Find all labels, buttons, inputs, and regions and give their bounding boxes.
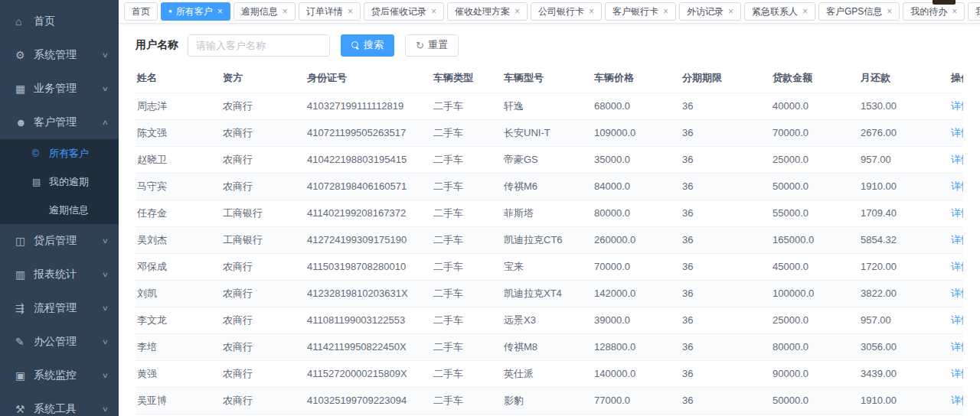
tab-customer-bank-card[interactable]: 客户银行卡 × xyxy=(605,2,676,21)
sidebar-item-process-mgmt[interactable]: ⇶ 流程管理 ∨ xyxy=(0,291,119,325)
detail-link[interactable]: 详情 xyxy=(951,395,963,406)
tab-emergency-contacts[interactable]: 紧急联系人 × xyxy=(744,2,815,21)
close-icon[interactable]: × xyxy=(589,7,594,16)
table-row: 马守宾 农商行 410728198406160571 二手车 传祺M6 8400… xyxy=(136,173,963,200)
close-icon[interactable]: × xyxy=(728,7,733,16)
close-icon[interactable]: × xyxy=(663,7,668,16)
sidebar-item-all-customers[interactable]: © 所有客户 xyxy=(0,139,119,167)
table-header-cell: 车辆价格 xyxy=(593,68,681,93)
tab-overdue-info[interactable]: 逾期信息 × xyxy=(234,2,296,21)
cell-vehicle-type: 二手车 xyxy=(432,280,502,307)
table-header-cell: 分期期限 xyxy=(681,68,771,93)
cell-id-number: 411402199208167372 xyxy=(305,200,432,226)
sidebar-item-system-mgmt[interactable]: ⚙ 系统管理 ∨ xyxy=(0,38,119,72)
table-row: 周志洋 农商行 410327199111112819 二手车 轩逸 68000.… xyxy=(136,93,963,119)
cell-vehicle-price: 142000.0 xyxy=(593,280,681,307)
sidebar-item-business-mgmt[interactable]: ▦ 业务管理 ∨ xyxy=(0,72,119,106)
tab-company-bank-card[interactable]: 公司银行卡 × xyxy=(531,2,602,21)
table-row: 赵晓卫 农商行 410422198803195415 二手车 帝豪GS 3500… xyxy=(136,146,963,173)
cell-vehicle-model: 宝来 xyxy=(502,253,593,280)
cell-name: 吴亚博 xyxy=(136,387,221,414)
sidebar-item-home[interactable]: ⌂ 首页 xyxy=(0,5,119,38)
close-icon[interactable]: × xyxy=(431,7,436,16)
detail-link[interactable]: 详情 xyxy=(951,180,963,192)
cell-vehicle-model: 帝豪GS xyxy=(502,146,593,173)
cell-name: 陈文强 xyxy=(136,119,221,146)
tab-my-process[interactable]: 我的流程 × xyxy=(968,2,980,21)
sidebar-item-post-loan-mgmt[interactable]: ◫ 贷后管理 ∨ xyxy=(0,224,119,258)
close-icon[interactable]: × xyxy=(217,7,223,16)
sidebar-item-system-monitor[interactable]: ▣ 系统监控 ∨ xyxy=(0,359,119,392)
cell-name: 李培 xyxy=(136,333,221,360)
tab-collection-plan[interactable]: 催收处理方案 × xyxy=(447,2,528,21)
sidebar-item-overdue-info[interactable]: 逾期信息 xyxy=(0,196,119,224)
cell-funder: 农商行 xyxy=(221,173,305,200)
sidebar-item-label: 所有客户 xyxy=(49,147,108,161)
sidebar-item-customer-mgmt[interactable]: ☻ 客户管理 ∧ xyxy=(0,106,119,139)
tab-my-todo[interactable]: 我的待办 × xyxy=(903,2,965,21)
cell-installment-term: 36 xyxy=(681,93,771,119)
detail-link[interactable]: 详情 xyxy=(951,261,963,272)
detail-link[interactable]: 详情 xyxy=(951,368,963,379)
sidebar-item-report-stats[interactable]: ▥ 报表统计 ∨ xyxy=(0,258,119,291)
close-icon[interactable]: × xyxy=(283,7,288,16)
tab-home[interactable]: 首页 xyxy=(124,2,158,21)
cell-id-number: 41152720000215809X xyxy=(305,360,432,387)
search-button[interactable]: 搜索 xyxy=(341,34,394,57)
detail-link[interactable]: 详情 xyxy=(951,207,963,219)
cell-vehicle-price: 68000.0 xyxy=(593,93,681,119)
cell-id-number: 410325199709223094 xyxy=(305,387,432,414)
close-icon[interactable]: × xyxy=(514,7,520,16)
tab-visit-records[interactable]: 外访记录 × xyxy=(679,2,741,21)
detail-link[interactable]: 详情 xyxy=(951,234,963,245)
cell-vehicle-type: 二手车 xyxy=(432,119,502,146)
cell-name: 周志洋 xyxy=(136,93,221,119)
cell-vehicle-type: 二手车 xyxy=(432,226,502,253)
cell-vehicle-price: 109000.0 xyxy=(593,119,681,146)
close-icon[interactable]: × xyxy=(348,7,353,16)
detail-link[interactable]: 详情 xyxy=(951,100,963,112)
chevron-up-icon: ∧ xyxy=(102,119,109,126)
tab-all-customers[interactable]: ● 所有客户 × xyxy=(161,2,230,21)
sidebar-item-my-overdue[interactable]: ▤ 我的逾期 xyxy=(0,167,119,196)
cell-monthly-payment: 2676.00 xyxy=(859,119,949,146)
pencil-doc-icon: ✎ xyxy=(15,336,34,348)
sidebar: ⌂ 首页 ⚙ 系统管理 ∨ ▦ 业务管理 ∨ ☻ 客户管理 ∧ xyxy=(0,0,119,416)
cell-id-number: 410728198406160571 xyxy=(305,173,432,200)
cell-vehicle-price: 80000.0 xyxy=(593,200,681,226)
detail-link[interactable]: 详情 xyxy=(951,288,963,299)
cell-id-number: 410327199111112819 xyxy=(305,93,432,119)
close-icon[interactable]: × xyxy=(952,7,957,16)
table-header-cell: 操作 xyxy=(949,68,963,93)
tab-label: 客户银行卡 xyxy=(612,5,658,18)
search-input[interactable] xyxy=(188,34,330,57)
cell-vehicle-price: 70000.0 xyxy=(593,253,681,280)
cell-installment-term: 36 xyxy=(681,360,771,387)
cell-monthly-payment: 1910.00 xyxy=(859,387,949,414)
sidebar-item-label: 客户管理 xyxy=(34,115,103,129)
cell-funder: 农商行 xyxy=(221,360,305,387)
sidebar-item-system-tools[interactable]: ⚒ 系统工具 ∨ xyxy=(0,392,119,416)
reset-button[interactable]: ↻ 重置 xyxy=(405,34,459,57)
user-icon: ☻ xyxy=(15,116,34,128)
customer-table: 姓名 资方 身份证号 车辆类型 车辆型号 车辆价格 分期期限 xyxy=(136,68,963,416)
detail-link[interactable]: 详情 xyxy=(951,154,963,165)
sidebar-item-label: 系统监控 xyxy=(34,369,103,382)
detail-link[interactable]: 详情 xyxy=(951,314,963,326)
cell-vehicle-price: 84000.0 xyxy=(593,173,681,200)
cell-loan-amount: 50000.0 xyxy=(771,173,859,200)
close-icon[interactable]: × xyxy=(887,7,892,16)
tab-bar: 首页 ● 所有客户 × 逾期信息 × 订单详情 xyxy=(119,0,980,24)
tab-collection-records[interactable]: 贷后催收记录 × xyxy=(364,2,444,21)
detail-link[interactable]: 详情 xyxy=(951,127,963,138)
detail-link[interactable]: 详情 xyxy=(951,341,963,353)
monitor-icon: ▣ xyxy=(15,369,34,382)
chevron-down-icon: ∨ xyxy=(102,85,109,93)
tab-order-detail[interactable]: 订单详情 × xyxy=(299,2,361,21)
sidebar-item-label: 流程管理 xyxy=(34,301,103,315)
sidebar-item-office-mgmt[interactable]: ✎ 办公管理 ∨ xyxy=(0,325,119,359)
tab-customer-gps[interactable]: 客户GPS信息 × xyxy=(818,2,900,21)
tab-label: 外访记录 xyxy=(687,5,724,18)
close-icon[interactable]: × xyxy=(802,7,808,16)
cell-name: 任存金 xyxy=(136,200,221,226)
